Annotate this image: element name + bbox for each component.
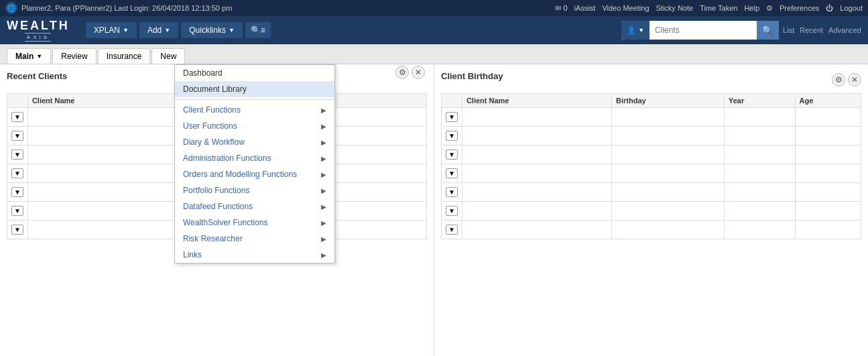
submenu-arrow-icon: ▶ [321, 251, 326, 259]
cell-bday [612, 145, 725, 164]
xplan-arrow-icon: ▼ [123, 27, 129, 34]
menu-item-risk-researcher[interactable]: Risk Researcher ▶ [175, 231, 334, 247]
cell-age [795, 221, 861, 239]
recent-clients-title: Recent Clients [7, 71, 67, 81]
menu-risk-researcher-label: Risk Researcher [183, 234, 243, 243]
tab-review[interactable]: Review [52, 48, 96, 64]
row-dropdown-btn[interactable]: ▼ [11, 187, 23, 197]
table-row: ▼ [442, 127, 861, 145]
menu-item-diary-workflow[interactable]: Diary & Workflow ▶ [175, 134, 334, 150]
row-dropdown-btn[interactable]: ▼ [11, 131, 23, 141]
table-row: ▼ [442, 183, 861, 202]
row-dropdown-btn[interactable]: ▼ [11, 168, 23, 178]
person-icon: 👤 ▼ [621, 21, 649, 40]
row-dropdown-btn[interactable]: ▼ [11, 112, 23, 122]
row-dropdown-btn[interactable]: ▼ [11, 206, 23, 216]
left-settings-icon-btn[interactable]: ⚙ [395, 66, 409, 79]
col-birthday-year: Year [724, 94, 795, 108]
tab-main-label: Main [15, 52, 34, 61]
menu-links-label: Links [183, 250, 202, 259]
tab-new[interactable]: New [151, 48, 185, 64]
client-search-box: 👤 ▼ 🔍 [621, 21, 779, 40]
mail-icon-btn[interactable]: ✉ 0 [555, 4, 567, 13]
menu-item-client-functions[interactable]: Client Functions ▶ [175, 102, 334, 118]
table-row: ▼ [442, 164, 861, 183]
row-dropdown-btn[interactable]: ▼ [446, 150, 458, 160]
search-recent-link[interactable]: Recent [800, 26, 823, 34]
search-list-link[interactable]: List [783, 26, 794, 34]
row-dropdown-btn[interactable]: ▼ [11, 150, 23, 160]
sticky-note-btn[interactable]: Sticky Note [656, 4, 694, 12]
quicklinks-label: Quicklinks [189, 25, 226, 35]
menu-datafeed-functions-label: Datafeed Functions [183, 202, 253, 211]
row-dropdown-btn[interactable]: ▼ [446, 206, 458, 216]
nav-bar: WEALTH AXIS XPLAN ▼ Add ▼ Quicklinks ▼ 🔍… [0, 16, 868, 44]
cell-year [724, 202, 795, 221]
menu-dashboard-label: Dashboard [183, 68, 223, 78]
close-icon-btn[interactable]: ✕ [848, 73, 861, 86]
menu-item-dashboard[interactable]: Dashboard [175, 65, 334, 81]
left-close-icon-btn[interactable]: ✕ [412, 66, 425, 79]
submenu-arrow-icon: ▶ [321, 171, 326, 178]
globe-icon: 🌐 [5, 2, 17, 14]
power-icon: ⏻ [826, 4, 833, 12]
cell-year [724, 108, 795, 127]
table-row: ▼ [442, 108, 861, 127]
cell-age [795, 202, 861, 221]
top-bar-right: ✉ 0 iAssist Video Meeting Sticky Note Ti… [555, 4, 863, 13]
cell-bday [612, 108, 725, 127]
tab-main[interactable]: Main ▼ [7, 48, 51, 64]
menu-item-admin-functions[interactable]: Administration Functions ▶ [175, 150, 334, 166]
menu-wealthsolver-functions-label: WealthSolver Functions [183, 218, 268, 227]
iassist-btn[interactable]: iAssist [574, 4, 596, 12]
preferences-btn[interactable]: Preferences [780, 4, 819, 12]
logout-btn[interactable]: Logout [840, 4, 863, 12]
menu-client-functions-label: Client Functions [183, 105, 241, 115]
menu-item-portfolio-functions[interactable]: Portfolio Functions ▶ [175, 182, 334, 198]
row-dropdown-btn[interactable]: ▼ [446, 131, 458, 141]
menu-item-orders-modelling[interactable]: Orders and Modelling Functions ▶ [175, 166, 334, 182]
menu-item-user-functions[interactable]: User Functions ▶ [175, 118, 334, 134]
submenu-arrow-icon: ▶ [321, 235, 326, 243]
col-birthday-date: Birthday [612, 94, 725, 108]
row-dropdown-btn[interactable]: ▼ [446, 112, 458, 122]
help-btn[interactable]: Help [744, 4, 759, 12]
dropdown-arrow-icon: ▼ [638, 27, 644, 34]
cell-age [795, 145, 861, 164]
submenu-arrow-icon: ▶ [321, 203, 326, 211]
client-search-input[interactable] [649, 25, 757, 35]
tab-insurance[interactable]: Insurance [98, 48, 151, 64]
cell-age [795, 127, 861, 145]
search-icon-btn[interactable]: 🔍≡ [245, 22, 271, 38]
time-taken-btn[interactable]: Time Taken [700, 4, 737, 12]
menu-orders-modelling-label: Orders and Modelling Functions [183, 170, 297, 179]
settings-icon-btn[interactable]: ⚙ [832, 73, 845, 86]
search-advanced-link[interactable]: Advanced [828, 26, 861, 34]
tab-insurance-label: Insurance [107, 52, 142, 61]
quicklinks-arrow-icon: ▼ [229, 27, 235, 34]
submenu-arrow-icon: ▶ [321, 139, 326, 146]
video-meeting-btn[interactable]: Video Meeting [602, 4, 649, 12]
menu-item-links[interactable]: Links ▶ [175, 247, 334, 263]
menu-item-wealthsolver-functions[interactable]: WealthSolver Functions ▶ [175, 215, 334, 231]
table-row: ▼ [442, 202, 861, 221]
user-info-text: Planner2, Para (PPlanner2) Last Login: 2… [21, 4, 232, 12]
menu-item-datafeed-functions[interactable]: Datafeed Functions ▶ [175, 198, 334, 215]
menu-item-document-library[interactable]: Document Library [175, 81, 334, 97]
content-area: Recent Clients Client Name Partner Name … [0, 64, 868, 356]
col-dropdown [7, 94, 28, 108]
xplan-menu-btn[interactable]: XPLAN ▼ [86, 22, 137, 38]
client-search-submit-btn[interactable]: 🔍 [757, 21, 779, 40]
row-dropdown-btn[interactable]: ▼ [446, 168, 458, 178]
top-bar: 🌐 Planner2, Para (PPlanner2) Last Login:… [0, 0, 868, 16]
add-menu-btn[interactable]: Add ▼ [139, 22, 178, 38]
add-label: Add [147, 25, 162, 35]
cell-year [724, 183, 795, 202]
quicklinks-menu-btn[interactable]: Quicklinks ▼ [181, 22, 243, 38]
add-arrow-icon: ▼ [164, 27, 170, 34]
row-dropdown-btn[interactable]: ▼ [11, 225, 23, 235]
cell-bday [612, 164, 725, 183]
row-dropdown-btn[interactable]: ▼ [446, 225, 458, 235]
row-dropdown-btn[interactable]: ▼ [446, 187, 458, 197]
menu-portfolio-functions-label: Portfolio Functions [183, 186, 249, 195]
